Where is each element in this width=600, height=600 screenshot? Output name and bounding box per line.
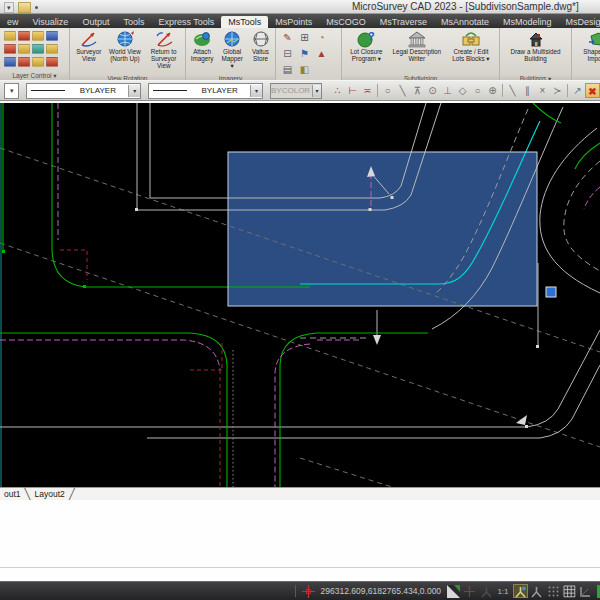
tab-tools[interactable]: Tools bbox=[116, 16, 151, 28]
qat-dropdown-icon[interactable]: ▾ bbox=[4, 2, 14, 13]
layer-tool-icon[interactable] bbox=[18, 31, 30, 41]
osnap-node-icon[interactable]: ⊙ bbox=[425, 83, 440, 98]
grid-display-icon[interactable] bbox=[562, 584, 576, 598]
linetype-preview bbox=[153, 90, 187, 91]
wizard-icon[interactable]: ✎ bbox=[279, 30, 296, 46]
tab-mscogo[interactable]: MsCOGO bbox=[319, 16, 373, 28]
attach-imagery-button[interactable]: Attach Imagery bbox=[188, 29, 216, 73]
osnap-intersection-icon[interactable]: ⊕ bbox=[485, 83, 500, 98]
osnap-nearest-icon[interactable]: ╲ bbox=[395, 83, 410, 98]
layer-tool-icon[interactable] bbox=[32, 31, 44, 41]
osnap-marker-icon[interactable]: ≍ bbox=[360, 83, 375, 98]
lot-closure-program-button[interactable]: ? Lot Closure Program ▾ bbox=[344, 29, 389, 73]
global-mapper-button[interactable]: Global Mapper ▾ bbox=[217, 29, 247, 73]
layer-tool-icon[interactable] bbox=[4, 44, 16, 54]
layer-tool-icon[interactable] bbox=[18, 57, 30, 67]
toolbar-separator bbox=[567, 84, 568, 97]
annotation-monitor-icon[interactable] bbox=[479, 584, 493, 598]
annotation-visibility-icon[interactable] bbox=[513, 584, 528, 598]
tab-msdesign[interactable]: MsDesign bbox=[559, 16, 600, 28]
tab-view-clipped[interactable]: ew bbox=[0, 16, 26, 28]
wizard-icon[interactable]: ▤ bbox=[279, 62, 296, 78]
osnap-marker-icon[interactable]: ⊢ bbox=[345, 83, 360, 98]
tab-output[interactable]: Output bbox=[75, 16, 116, 28]
layer-tool-icon[interactable] bbox=[46, 31, 58, 41]
snap-cursor-icon[interactable] bbox=[463, 584, 477, 598]
layer-tool-icon[interactable] bbox=[46, 44, 58, 54]
valtus-store-icon bbox=[251, 30, 271, 48]
tab-mstools[interactable]: MsTools bbox=[221, 16, 268, 28]
wizard-icon[interactable]: ◧ bbox=[296, 62, 313, 78]
draw-multisided-building-button[interactable]: Draw a Multisided Building bbox=[502, 29, 569, 73]
tab-visualize[interactable]: Visualize bbox=[26, 16, 76, 28]
surveyor-view-button[interactable]: Surveyor View bbox=[72, 29, 105, 73]
color-combo[interactable]: BYCOLOR ▾ bbox=[270, 83, 322, 99]
ortho-mode-icon[interactable] bbox=[579, 584, 593, 598]
combo-arrow-icon[interactable]: ▾ bbox=[312, 85, 321, 97]
surveyor-view-icon bbox=[79, 30, 99, 48]
osnap-from-icon[interactable]: ≻ bbox=[550, 83, 565, 98]
tab-mspoints[interactable]: MsPoints bbox=[268, 16, 319, 28]
ribbon-group-wizards: ✎ ⊞ ◔ ⊟ ⚑ ▲ ▤ ◧ Wizards bbox=[276, 28, 342, 80]
annotation-scale-label[interactable]: 1:1 bbox=[497, 587, 508, 596]
osnap-perpendicular-icon[interactable]: ⊥ bbox=[440, 83, 455, 98]
world-view-button[interactable]: World View (North Up) bbox=[106, 29, 143, 73]
osnap-center-icon[interactable]: ○ bbox=[380, 83, 395, 98]
layout-tab-2[interactable]: Layout2 bbox=[31, 489, 69, 499]
osnap-apparent-icon[interactable]: × bbox=[535, 83, 550, 98]
legal-description-writer-button[interactable]: Legal Description Writer bbox=[390, 29, 444, 73]
app-window: ▾ MicroSurvey CAD 2023 - [SubdivisonSamp… bbox=[0, 0, 600, 600]
tab-msannotate[interactable]: MsAnnotate bbox=[434, 16, 496, 28]
create-edit-lots-icon bbox=[460, 30, 482, 48]
autoscale-icon[interactable] bbox=[530, 584, 544, 598]
tab-mstraverse[interactable]: MsTraverse bbox=[373, 16, 434, 28]
linetype-combo-2[interactable]: BYLAYER ▾ bbox=[148, 83, 263, 99]
wizard-icon[interactable]: ⊟ bbox=[279, 46, 296, 62]
layer-tool-icon[interactable] bbox=[4, 31, 16, 41]
layer-tool-icon[interactable] bbox=[46, 57, 58, 67]
valtus-store-button[interactable]: Valtus Store bbox=[248, 29, 273, 73]
group-label-layer-control[interactable]: Layer Control ▾ bbox=[0, 71, 69, 80]
layer-tool-icon[interactable] bbox=[4, 57, 16, 67]
osnap-clear-icon[interactable]: ✖ bbox=[585, 83, 600, 98]
wizards-grid: ✎ ⊞ ◔ ⊟ ⚑ ▲ ▤ ◧ bbox=[278, 29, 331, 79]
layout-tab-1[interactable]: out1 bbox=[0, 489, 25, 499]
osnap-midpoint-icon[interactable]: ⊼ bbox=[410, 83, 425, 98]
combo-arrow-icon[interactable]: ▾ bbox=[128, 85, 140, 97]
wizard-icon[interactable]: ▲ bbox=[313, 46, 330, 62]
wizard-icon[interactable]: ◔ bbox=[313, 30, 330, 46]
qat-tool-icon[interactable] bbox=[18, 2, 31, 13]
return-to-surveyor-view-button[interactable]: Return to Surveyor View bbox=[144, 29, 183, 73]
tab-separator: ╲ bbox=[25, 488, 31, 500]
ribbon-group-layer-control: Layer Control ▾ bbox=[0, 28, 70, 80]
osnap-quadrant-icon[interactable]: ◇ bbox=[455, 83, 470, 98]
combo-arrow-icon[interactable]: ▾ bbox=[250, 85, 262, 97]
wizard-icon[interactable]: ⊞ bbox=[296, 30, 313, 46]
drawing-canvas[interactable] bbox=[0, 103, 600, 487]
window-title: MicroSurvey CAD 2023 - [SubdivisonSample… bbox=[352, 1, 579, 12]
osnap-tangent-icon[interactable]: ○ bbox=[470, 83, 485, 98]
osnap-parallel-icon[interactable]: ∥ bbox=[520, 83, 535, 98]
toolbar-separator bbox=[377, 84, 378, 97]
snap-grid-dots-icon[interactable] bbox=[546, 584, 560, 598]
qat-overflow-icon[interactable] bbox=[35, 6, 38, 9]
layer-tool-icon[interactable] bbox=[32, 44, 44, 54]
wizard-icon[interactable]: ⚑ bbox=[296, 46, 313, 62]
crosshair-icon bbox=[301, 584, 315, 598]
tab-msmodeling[interactable]: MsModeling bbox=[496, 16, 559, 28]
osnap-marker-icon[interactable]: ∴ bbox=[330, 83, 345, 98]
osnap-extension-icon[interactable]: ╲ bbox=[505, 83, 520, 98]
grip-handle[interactable] bbox=[546, 287, 556, 297]
create-edit-lots-blocks-button[interactable]: Create / Edit Lots Blocks ▾ bbox=[445, 29, 497, 73]
statusbar-separator bbox=[295, 585, 296, 597]
mini-dropdown[interactable]: ▾ bbox=[4, 83, 19, 99]
quick-access-toolbar: ▾ bbox=[4, 1, 38, 13]
layer-tool-icon[interactable] bbox=[18, 44, 30, 54]
shapefile-import-button[interactable]: Shapefile Import bbox=[574, 29, 600, 73]
tab-express-tools[interactable]: Express Tools bbox=[151, 16, 221, 28]
linetype-combo-1[interactable]: BYLAYER ▾ bbox=[26, 83, 141, 99]
osnap-tracking-icon[interactable]: ↗ bbox=[570, 83, 585, 98]
layer-tool-icon[interactable] bbox=[32, 57, 44, 67]
model-paper-toggle-icon[interactable] bbox=[446, 584, 460, 598]
ribbon-group-imagery: Attach Imagery Global Mapper ▾ Valtus St… bbox=[186, 28, 276, 80]
